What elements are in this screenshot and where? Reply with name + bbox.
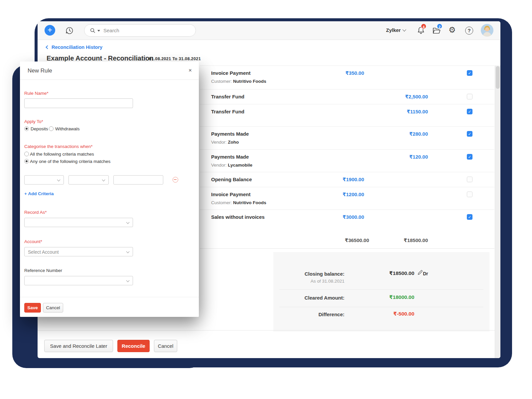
modal-footer-divider [20,297,199,297]
deposit-total: ₹36500.00 [345,237,369,243]
reconcile-button[interactable]: Reconcile [117,340,150,352]
radio-all-criteria[interactable] [24,152,29,156]
new-rule-modal: New Rule × Rule Name* Apply To* Deposits… [20,62,199,317]
withdrawal-amount: ₹1150.00 [407,109,428,115]
difference-label: Difference: [319,312,344,317]
criteria-field-select[interactable] [24,175,64,185]
chevron-left-icon [46,45,49,49]
check-icon: ✓ [468,71,471,75]
categorise-label: Categorise the transactions when* [24,144,93,149]
table-row: Sales without invoices ₹3000.00 ✓ [200,210,494,237]
table-row: Payments Made Vendor: Zoho ₹280.00 ✓ [200,127,494,150]
row-checkbox[interactable]: ✓ [467,70,472,76]
cancel-button[interactable]: Cancel [43,303,63,313]
save-reconcile-later-button[interactable]: Save and Reconcile Later [44,340,113,352]
save-button[interactable]: Save [24,303,41,313]
history-clock-icon [65,26,74,35]
bell-icon [417,30,425,36]
chevron-down-icon [57,178,61,182]
chevron-down-icon [102,178,105,182]
chevron-down-icon [126,279,130,282]
help-icon: ? [467,28,470,33]
search-placeholder: Search [103,28,119,33]
row-checkbox[interactable] [467,192,472,197]
check-icon: ✓ [468,132,471,136]
radio-any-criteria[interactable] [24,159,29,164]
breadcrumb[interactable]: Reconciliation History [46,44,102,50]
footer-cancel-button[interactable]: Cancel [154,340,177,352]
record-as-select[interactable] [24,218,133,227]
settings-button[interactable]: ⚙ [449,26,456,34]
withdrawal-amount: ₹120.00 [409,154,428,160]
page-title: Example Account - Reconciliation [47,55,154,62]
edit-closing-balance-button[interactable] [417,270,423,277]
check-icon: ✓ [468,109,471,114]
chevron-down-icon [126,250,130,253]
chevron-down-icon [403,28,406,31]
radio-deposits[interactable] [24,126,29,131]
reference-number-label: Reference Number [24,268,62,273]
pencil-icon [417,271,423,276]
reconcile-summary-panel: Closing balance: As of 31.08.2021 ₹18500… [273,252,489,332]
radio-withdrawals[interactable] [49,126,54,131]
row-checkbox[interactable]: ✓ [467,154,472,160]
avatar[interactable] [481,24,493,38]
difference-value: ₹-500.00 [393,311,414,317]
footer-divider [38,330,500,331]
closing-balance-value: ₹18500.00 [389,270,414,276]
withdrawal-amount: ₹2,500.00 [405,94,428,100]
check-icon: ✓ [468,155,471,159]
row-checkbox[interactable] [467,177,472,182]
record-as-label: Record As* [24,210,47,215]
cleared-amount-value: ₹18000.00 [389,294,414,300]
row-checkbox[interactable]: ✓ [467,131,472,137]
table-row: Invoice Payment Customer: Nutritivo Food… [200,187,494,210]
date-range: 01.08.2021 To 31.08.2021 [149,57,201,61]
row-checkbox[interactable]: ✓ [467,109,472,114]
deposit-amount: ₹1200.00 [342,192,364,198]
close-icon[interactable]: × [186,66,194,74]
check-icon: ✓ [468,215,471,219]
org-dropdown[interactable]: Zylker [386,27,406,33]
documents-badge: 2 [437,23,443,29]
rule-name-input[interactable] [24,98,133,108]
chevron-down-icon [126,221,130,224]
gear-icon: ⚙ [449,25,456,34]
remove-criteria-icon[interactable] [173,177,178,183]
help-button[interactable]: ? [465,27,473,35]
notifications-badge: 4 [421,23,427,29]
account-label: Account* [24,239,42,244]
deposit-amount: ₹350.00 [345,70,364,76]
scrollbar-thumb[interactable] [496,66,500,89]
criteria-comparator-select[interactable] [68,175,109,185]
modal-header: New Rule × [20,62,199,80]
table-row: Payments Made Vendor: Lycamobile ₹120.00… [200,150,494,172]
divider [279,289,483,290]
withdrawal-total: ₹18500.00 [404,237,428,243]
withdrawal-amount: ₹280.00 [409,131,428,137]
rule-name-label: Rule Name* [24,91,49,96]
search-input[interactable]: Search [84,24,196,37]
reference-number-select[interactable] [24,276,133,285]
table-row: Transfer Fund ₹1150.00 ✓ [200,104,494,127]
criteria-value-input[interactable] [113,175,163,185]
add-criteria-link[interactable]: + Add Criteria [24,191,54,196]
cleared-amount-label: Cleared Amount: [305,295,344,301]
search-icon [90,28,95,35]
quick-create-button[interactable]: + [45,25,55,36]
scrollbar-track [495,66,500,358]
dr-suffix: Dr [423,271,428,276]
row-checkbox[interactable]: ✓ [467,214,472,220]
row-checkbox[interactable] [467,94,472,99]
table-row: Transfer Fund ₹2,500.00 [200,89,494,104]
deposit-amount: ₹1900.00 [342,177,364,183]
modal-title: New Rule [28,67,52,74]
account-select[interactable]: Select Account [24,247,133,256]
table-row: Invoice Payment Customer: Nutritivo Food… [200,66,494,89]
history-button[interactable] [65,26,74,35]
apply-to-label: Apply To* [24,119,43,124]
search-scope-caret-icon[interactable] [97,30,100,32]
totals-row: ₹36500.00 ₹18500.00 [200,237,494,249]
table-row: Opening Balance ₹1900.00 [200,172,494,187]
title-separator [145,56,146,62]
